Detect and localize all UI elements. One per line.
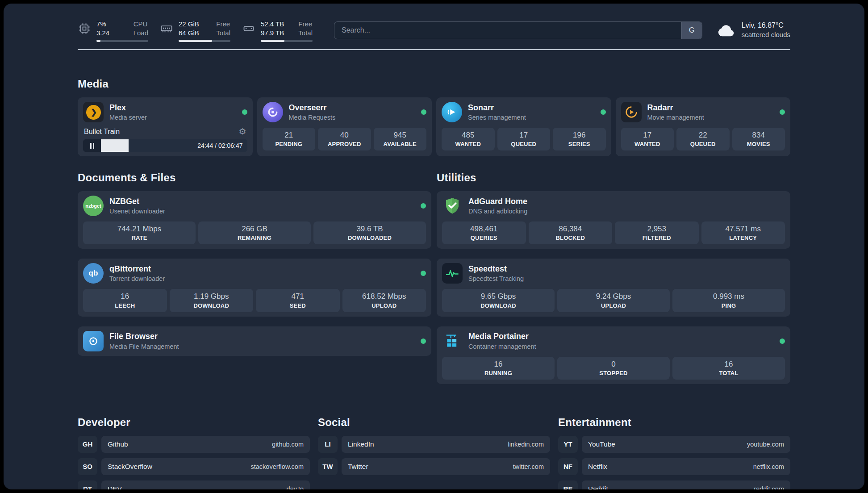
- service-card-speedtest[interactable]: Speedtest Speedtest Tracking 9.65 Gbps D…: [437, 259, 790, 316]
- radarr-icon: [621, 102, 642, 122]
- player-progress-bar[interactable]: 24:44 / 02:06:47: [101, 139, 247, 152]
- status-dot: [780, 338, 785, 344]
- stat-tile: 945 AVAILABLE: [374, 128, 427, 150]
- stat-label: QUEUED: [678, 141, 728, 147]
- bookmark-youtube[interactable]: YT YouTube youtube.com: [558, 436, 790, 453]
- disk-widget: 52.4 TB 97.9 TB Free Total: [242, 20, 313, 42]
- service-name: NZBGet: [109, 196, 165, 207]
- cpu-label-bottom: Load: [134, 29, 148, 38]
- bookmark-dev[interactable]: DT DEV dev.to: [78, 480, 310, 489]
- stat-value: 22: [678, 130, 728, 140]
- bookmark-stackoverflow[interactable]: SO StackOverflow stackoverflow.com: [78, 458, 310, 475]
- bookmark-url: github.com: [272, 441, 304, 448]
- service-card-filebrowser[interactable]: File Browser Media File Management: [78, 326, 431, 356]
- bookmark-netflix[interactable]: NF Netflix netflix.com: [558, 458, 790, 475]
- status-dot: [421, 109, 426, 115]
- service-card-radarr[interactable]: Radarr Movie management 17 WANTED 22 QUE…: [616, 97, 791, 156]
- service-name: Overseerr: [289, 103, 336, 113]
- pause-button[interactable]: [83, 139, 101, 152]
- section-social: Social LI LinkedIn linkedin.com TW Twitt…: [318, 416, 550, 480]
- bookmark-url: stackoverflow.com: [251, 463, 304, 470]
- service-subtitle: Series management: [468, 113, 526, 121]
- portainer-icon: [442, 331, 463, 351]
- stat-value: 86,384: [530, 224, 611, 234]
- stat-label: AVAILABLE: [376, 141, 425, 147]
- stat-label: SERIES: [555, 141, 604, 147]
- service-card-portainer[interactable]: Media Portainer Container management 16 …: [437, 326, 790, 384]
- memory-label-bottom: Total: [216, 29, 230, 38]
- gear-icon[interactable]: ⚙: [238, 127, 246, 136]
- bookmark-abbr: LI: [318, 436, 338, 453]
- service-card-adguard[interactable]: AdGuard Home DNS and adblocking 498,461 …: [437, 191, 790, 249]
- service-card-sonarr[interactable]: Sonarr Series management 485 WANTED 17 Q…: [436, 97, 611, 156]
- social-section-title: Social: [318, 416, 550, 429]
- bookmark-name: Twitter: [348, 463, 368, 471]
- stat-value: 16: [444, 359, 553, 369]
- service-subtitle: Movie management: [647, 113, 704, 121]
- stat-value: 47.571 ms: [703, 224, 784, 234]
- stat-value: 17: [499, 130, 549, 140]
- service-subtitle: DNS and adblocking: [468, 207, 527, 215]
- weather-condition: scattered clouds: [742, 30, 790, 39]
- topbar-divider: [78, 49, 790, 50]
- stat-tile: 471 SEED: [256, 289, 340, 312]
- stat-label: UPLOAD: [559, 302, 668, 309]
- status-dot: [780, 109, 785, 115]
- bookmark-name: StackOverflow: [108, 463, 152, 471]
- bookmark-abbr: NF: [558, 458, 578, 475]
- documents-section-title: Documents & Files: [78, 171, 431, 184]
- service-subtitle: Usenet downloader: [109, 207, 165, 215]
- bookmark-linkedin[interactable]: LI LinkedIn linkedin.com: [318, 436, 550, 453]
- status-dot: [242, 109, 247, 115]
- service-name: Sonarr: [468, 103, 526, 113]
- service-subtitle: Torrent downloader: [109, 275, 165, 283]
- adguard-icon: [442, 196, 463, 216]
- stat-tile: 21 PENDING: [263, 128, 316, 150]
- bookmark-url: netflix.com: [753, 463, 784, 470]
- service-card-plex[interactable]: ❯ Plex Media server Bullet Train ⚙: [78, 97, 253, 156]
- search-bar: G: [334, 21, 702, 39]
- bookmark-url: youtube.com: [747, 441, 784, 448]
- service-name: File Browser: [109, 331, 179, 342]
- status-dot: [421, 203, 426, 209]
- service-name: qBittorrent: [109, 264, 165, 274]
- stat-tile: 266 GB REMAINING: [198, 221, 311, 244]
- service-subtitle: Media server: [109, 113, 147, 121]
- service-subtitle: Speedtest Tracking: [468, 275, 524, 283]
- service-name: Radarr: [647, 103, 704, 113]
- qbittorrent-icon: qb: [83, 263, 104, 284]
- developer-section-title: Developer: [78, 416, 310, 429]
- service-card-overseerr[interactable]: Overseerr Media Requests 21 PENDING 40 A…: [257, 97, 432, 156]
- bookmark-name: Reddit: [588, 485, 608, 489]
- service-card-nzbget[interactable]: nzbget NZBGet Usenet downloader 744.21 M…: [78, 191, 431, 249]
- stat-label: STOPPED: [559, 370, 668, 376]
- section-developer: Developer GH Github github.com SO StackO…: [78, 416, 310, 489]
- dashboard-page: 7% 3.24 CPU Load: [4, 4, 864, 489]
- now-playing-title: Bullet Train: [84, 128, 120, 136]
- section-media: Media ❯ Plex Media server: [78, 78, 790, 156]
- search-input[interactable]: [334, 22, 681, 39]
- service-name: Media Portainer: [468, 331, 536, 342]
- bookmark-twitter[interactable]: TW Twitter twitter.com: [318, 458, 550, 475]
- top-bar: 7% 3.24 CPU Load: [78, 20, 790, 42]
- service-subtitle: Media File Management: [109, 343, 179, 351]
- bookmark-github[interactable]: GH Github github.com: [78, 436, 310, 453]
- stat-value: 485: [443, 130, 493, 140]
- stat-label: QUERIES: [444, 234, 524, 241]
- stat-tile: 618.52 Mbps UPLOAD: [342, 289, 426, 312]
- search-provider-button[interactable]: G: [681, 22, 702, 39]
- weather-location: Lviv, 16.87°C: [742, 21, 790, 30]
- utilities-section-title: Utilities: [437, 171, 790, 184]
- stat-tile: 1.19 Gbps DOWNLOAD: [170, 289, 254, 312]
- bookmark-reddit[interactable]: RE Reddit reddit.com: [558, 480, 790, 489]
- plex-icon: ❯: [83, 102, 104, 122]
- memory-widget: 22 GiB 64 GiB Free Total: [160, 20, 230, 42]
- cloud-icon: [716, 22, 736, 38]
- stat-value: 266 GB: [200, 224, 309, 234]
- stat-tile: 17 WANTED: [621, 128, 674, 150]
- service-subtitle: Media Requests: [289, 113, 336, 121]
- service-card-qbittorrent[interactable]: qb qBittorrent Torrent downloader 16 LEE…: [78, 259, 431, 316]
- stat-value: 1.19 Gbps: [171, 292, 252, 301]
- stat-value: 471: [258, 292, 338, 301]
- stat-label: DOWNLOAD: [171, 302, 252, 309]
